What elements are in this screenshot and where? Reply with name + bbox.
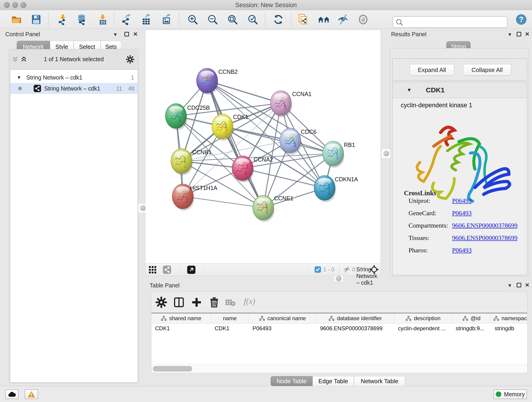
horizontal-scrollbar[interactable] bbox=[152, 364, 527, 373]
table-cell[interactable]: stringdb bbox=[491, 323, 527, 333]
svg-text:CCNB2: CCNB2 bbox=[218, 69, 238, 75]
show-all-eye-icon[interactable] bbox=[358, 14, 369, 25]
table-options-gear-icon[interactable] bbox=[155, 296, 167, 308]
birdseye-crosshair-icon[interactable] bbox=[370, 265, 379, 274]
crosslink-link[interactable]: 9606.ENSP00000378699 bbox=[452, 234, 517, 242]
import-table-from-file-icon[interactable] bbox=[97, 14, 108, 25]
panel-menu-icon[interactable]: ▾ bbox=[508, 32, 511, 37]
refresh-icon[interactable] bbox=[273, 14, 284, 25]
network-row[interactable]: String Network – cdk1 11 48 bbox=[10, 83, 138, 94]
table-cell[interactable]: 9606.ENSP00000378699 bbox=[317, 323, 394, 333]
save-session-icon[interactable] bbox=[31, 14, 42, 25]
zoom-out-icon[interactable] bbox=[207, 14, 218, 25]
search-input[interactable] bbox=[405, 18, 503, 26]
hidden-eye-slash-icon bbox=[343, 266, 350, 273]
function-builder-icon[interactable]: f(x) bbox=[244, 296, 255, 306]
crosslink-link[interactable]: P06493 bbox=[452, 210, 472, 217]
cdk1-card-header[interactable]: ▼ CDK1 bbox=[393, 82, 527, 98]
clone-network-icon[interactable] bbox=[298, 14, 309, 25]
column-header[interactable]: description bbox=[394, 313, 452, 323]
collapse-all-button[interactable]: Collapse All bbox=[463, 64, 511, 76]
tab-edge-table[interactable]: Edge Table bbox=[312, 376, 354, 386]
expand-collapse-box: Expand All Collapse All bbox=[392, 58, 527, 80]
open-in-window-icon[interactable] bbox=[187, 266, 196, 274]
close-panel-icon[interactable]: ✕ bbox=[133, 32, 138, 37]
scrollbar-thumb[interactable] bbox=[153, 366, 192, 371]
close-panel-icon[interactable]: ✕ bbox=[525, 32, 530, 37]
column-header[interactable]: shared name bbox=[152, 313, 211, 323]
show-columns-icon[interactable] bbox=[173, 296, 185, 308]
gene-description: cyclin-dependent kinase 1 bbox=[401, 102, 472, 109]
crosslink-label: Compartments: bbox=[409, 222, 448, 229]
close-panel-icon[interactable]: ✕ bbox=[525, 282, 530, 288]
svg-text:CDK1: CDK1 bbox=[233, 114, 248, 120]
crosslink-link[interactable]: P06493 bbox=[452, 197, 472, 204]
zoom-fit-icon[interactable] bbox=[227, 14, 238, 25]
column-type-icon bbox=[405, 316, 412, 321]
network-collection-row[interactable]: ▼ String Network – cdk1 1 bbox=[10, 72, 138, 83]
float-panel-icon[interactable] bbox=[517, 283, 521, 287]
panel-menu-icon[interactable]: ▾ bbox=[508, 283, 511, 288]
float-panel-icon[interactable] bbox=[124, 32, 129, 36]
delete-column-trash-icon[interactable] bbox=[208, 296, 220, 308]
network-options-gear-icon[interactable] bbox=[126, 55, 134, 64]
help-icon[interactable]: ? bbox=[516, 14, 527, 25]
column-header[interactable]: name bbox=[211, 313, 249, 323]
cloud-button[interactable] bbox=[5, 389, 19, 399]
svg-text:CDC25B: CDC25B bbox=[187, 104, 210, 111]
import-network-from-database-icon[interactable] bbox=[76, 14, 87, 25]
table-cell[interactable]: stringdb:9... bbox=[452, 323, 491, 333]
selected-checkbox-icon[interactable] bbox=[315, 266, 321, 273]
table-panel: Table Panel ▾ ✕ bbox=[148, 280, 529, 386]
export-table-icon[interactable] bbox=[141, 14, 152, 25]
table-cell[interactable]: cyclin-dependent ... bbox=[394, 323, 452, 333]
memory-button[interactable]: Memory bbox=[494, 389, 527, 399]
svg-text:?: ? bbox=[519, 15, 524, 24]
crosslink-row: Tissues: 9606.ENSP00000378699 bbox=[393, 234, 527, 247]
search-box bbox=[393, 16, 507, 28]
column-header[interactable]: canonical name bbox=[249, 313, 317, 323]
float-panel-icon[interactable] bbox=[517, 32, 521, 36]
toolbar-separator bbox=[179, 12, 179, 26]
zoom-selected-icon[interactable] bbox=[247, 14, 258, 25]
network-canvas[interactable]: CCNB2CCNA1CDC25BCDK1CDC6RB1CCNB1CCNA2CDK… bbox=[146, 30, 380, 263]
memory-status-dot-icon bbox=[496, 391, 501, 397]
open-session-icon[interactable] bbox=[11, 14, 22, 25]
column-header[interactable]: namespace bbox=[491, 313, 527, 323]
delete-table-icon[interactable] bbox=[225, 296, 235, 308]
tab-network-table[interactable]: Network Table bbox=[354, 376, 405, 386]
toolbar-separator bbox=[48, 12, 49, 26]
crosslink-link[interactable]: P06493 bbox=[452, 247, 472, 254]
expander-triangle-icon[interactable]: ▼ bbox=[17, 75, 21, 80]
crosslink-row: Uniprot: P06493 bbox=[393, 197, 527, 210]
column-type-icon bbox=[329, 316, 335, 321]
network-tree: ▼ String Network – cdk1 1 String Network… bbox=[10, 70, 138, 383]
footer-separator bbox=[366, 264, 366, 274]
zoom-in-icon[interactable] bbox=[187, 14, 198, 25]
warnings-button[interactable] bbox=[25, 389, 38, 399]
export-network-icon[interactable] bbox=[121, 14, 132, 25]
selected-counts: 1 - 0 bbox=[323, 266, 334, 273]
network-share-icon[interactable] bbox=[163, 266, 171, 274]
import-network-from-file-icon[interactable] bbox=[57, 14, 68, 25]
network-view[interactable]: CCNB2CCNA1CDC25BCDK1CDC6RB1CCNB1CCNA2CDK… bbox=[145, 30, 381, 276]
column-header[interactable]: database identifier bbox=[317, 313, 394, 323]
hide-selected-eye-slash-icon[interactable] bbox=[337, 14, 348, 25]
crosslink-label: GeneCard: bbox=[409, 210, 436, 217]
table-cell[interactable]: P06493 bbox=[249, 323, 317, 333]
table-cell[interactable]: CDK1 bbox=[152, 323, 211, 333]
tab-node-table[interactable]: Node Table bbox=[271, 376, 312, 386]
export-image-icon[interactable] bbox=[161, 14, 172, 25]
first-neighbors-houses-icon[interactable] bbox=[317, 14, 330, 25]
create-column-plus-icon[interactable] bbox=[191, 296, 203, 308]
crosslink-label: Pharos: bbox=[409, 247, 428, 254]
expand-all-button[interactable]: Expand All bbox=[410, 64, 454, 76]
panel-menu-icon[interactable]: ▾ bbox=[114, 32, 117, 37]
collapse-triangle-icon[interactable]: ▼ bbox=[407, 87, 412, 93]
column-header[interactable]: @id bbox=[452, 313, 491, 323]
toolbar-separator bbox=[265, 12, 265, 26]
table-cell[interactable]: CDK1 bbox=[211, 323, 249, 333]
grid-view-icon[interactable] bbox=[149, 266, 157, 274]
crosslink-link[interactable]: 9606.ENSP00000378699 bbox=[452, 222, 517, 229]
right-splitter-handle[interactable] bbox=[382, 149, 391, 158]
